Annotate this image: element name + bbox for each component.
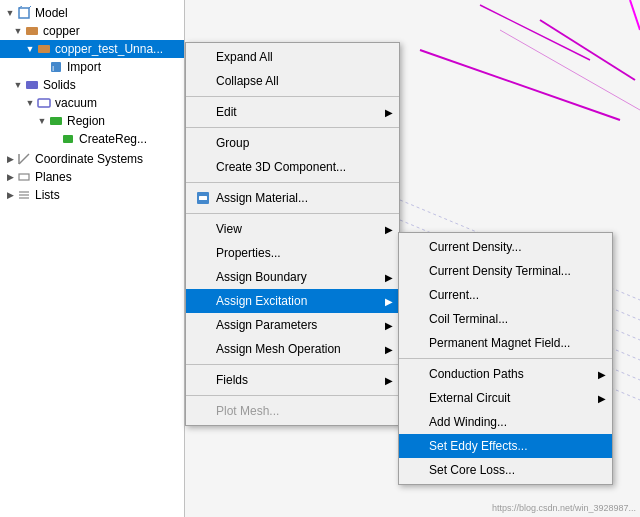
watermark: https://blog.csdn.net/win_3928987... [492, 503, 636, 513]
tree-item-planes[interactable]: ▶ Planes [0, 168, 184, 186]
context-menu-right: Current Density... Current Density Termi… [398, 232, 613, 485]
conduction-paths-icon [407, 365, 425, 383]
menu-assign-material[interactable]: Assign Material... [186, 186, 399, 210]
separator-6 [186, 395, 399, 396]
assign-excitation-icon [194, 292, 212, 310]
tree-label-region: Region [67, 114, 105, 128]
tree-expand-copper[interactable]: ▼ [12, 25, 24, 37]
tree-label-planes: Planes [35, 170, 72, 184]
lists-icon [16, 187, 32, 203]
tree-expand-region[interactable]: ▼ [36, 115, 48, 127]
menu-assign-excitation[interactable]: Assign Excitation ▶ [186, 289, 399, 313]
menu-edit[interactable]: Edit ▶ [186, 100, 399, 124]
svg-line-23 [19, 154, 29, 164]
svg-rect-21 [50, 117, 62, 125]
tree-expand-copper-test[interactable]: ▼ [24, 43, 36, 55]
menu-set-eddy-effects[interactable]: Set Eddy Effects... [399, 434, 612, 458]
plot-mesh-icon [194, 402, 212, 420]
tree-item-solids[interactable]: ▼ Solids [0, 76, 184, 94]
view-icon [194, 220, 212, 238]
menu-current-density[interactable]: Current Density... [399, 235, 612, 259]
menu-create-3d[interactable]: Create 3D Component... [186, 155, 399, 179]
svg-rect-25 [19, 174, 29, 180]
tree-label-model: Model [35, 6, 68, 20]
add-winding-label: Add Winding... [429, 415, 507, 429]
tree-expand-solids[interactable]: ▼ [12, 79, 24, 91]
createreg-icon [60, 131, 76, 147]
expand-all-icon [194, 48, 212, 66]
tree-expand-planes[interactable]: ▶ [4, 171, 16, 183]
set-core-loss-label: Set Core Loss... [429, 463, 515, 477]
tree-label-createreg: CreateReg... [79, 132, 147, 146]
tree-item-lists[interactable]: ▶ Lists [0, 186, 184, 204]
tree-expand-model[interactable]: ▼ [4, 7, 16, 19]
menu-expand-all[interactable]: Expand All [186, 45, 399, 69]
collapse-all-label: Collapse All [216, 74, 279, 88]
view-arrow: ▶ [385, 224, 393, 235]
permanent-magnet-icon [407, 334, 425, 352]
solids-icon [24, 77, 40, 93]
tree-item-coord[interactable]: ▶ Coordinate Systems [0, 150, 184, 168]
tree-item-region[interactable]: ▼ Region [0, 112, 184, 130]
menu-current[interactable]: Current... [399, 283, 612, 307]
tree-label-vacuum: vacuum [55, 96, 97, 110]
mesh-arrow: ▶ [385, 344, 393, 355]
separator-4 [186, 213, 399, 214]
tree-item-vacuum[interactable]: ▼ vacuum [0, 94, 184, 112]
tree-item-createreg[interactable]: ▶ CreateReg... [0, 130, 184, 148]
tree-label-coord: Coordinate Systems [35, 152, 143, 166]
tree-item-import[interactable]: ▶ I Import [0, 58, 184, 76]
assign-parameters-icon [194, 316, 212, 334]
menu-set-core-loss[interactable]: Set Core Loss... [399, 458, 612, 482]
menu-group[interactable]: Group [186, 131, 399, 155]
tree-item-copper-test[interactable]: ▼ copper_test_Unna... [0, 40, 184, 58]
menu-assign-boundary[interactable]: Assign Boundary ▶ [186, 265, 399, 289]
add-winding-icon [407, 413, 425, 431]
menu-current-density-terminal[interactable]: Current Density Terminal... [399, 259, 612, 283]
tree-item-model[interactable]: ▼ Model [0, 4, 184, 22]
group-label: Group [216, 136, 249, 150]
conduction-paths-label: Conduction Paths [429, 367, 524, 381]
import-icon: I [48, 59, 64, 75]
menu-assign-parameters[interactable]: Assign Parameters ▶ [186, 313, 399, 337]
tree-label-lists: Lists [35, 188, 60, 202]
svg-line-14 [29, 6, 31, 8]
create3d-icon [194, 158, 212, 176]
tree-expand-coord[interactable]: ▶ [4, 153, 16, 165]
region-icon [48, 113, 64, 129]
menu-permanent-magnet[interactable]: Permanent Magnet Field... [399, 331, 612, 355]
svg-rect-20 [38, 99, 50, 107]
separator-2 [186, 127, 399, 128]
set-eddy-effects-label: Set Eddy Effects... [429, 439, 528, 453]
menu-external-circuit[interactable]: External Circuit ▶ [399, 386, 612, 410]
copper-icon [24, 23, 40, 39]
edit-arrow: ▶ [385, 107, 393, 118]
menu-properties[interactable]: Properties... [186, 241, 399, 265]
menu-coil-terminal[interactable]: Coil Terminal... [399, 307, 612, 331]
assign-boundary-icon [194, 268, 212, 286]
right-separator-1 [399, 358, 612, 359]
assign-parameters-label: Assign Parameters [216, 318, 317, 332]
set-eddy-effects-icon [407, 437, 425, 455]
vacuum-icon [36, 95, 52, 111]
planes-icon [16, 169, 32, 185]
tree-item-copper[interactable]: ▼ copper [0, 22, 184, 40]
parameters-arrow: ▶ [385, 320, 393, 331]
current-density-label: Current Density... [429, 240, 521, 254]
menu-view[interactable]: View ▶ [186, 217, 399, 241]
menu-conduction-paths[interactable]: Conduction Paths ▶ [399, 362, 612, 386]
separator-5 [186, 364, 399, 365]
svg-rect-22 [63, 135, 73, 143]
coord-icon [16, 151, 32, 167]
tree-expand-vacuum[interactable]: ▼ [24, 97, 36, 109]
tree-expand-lists[interactable]: ▶ [4, 189, 16, 201]
menu-fields[interactable]: Fields ▶ [186, 368, 399, 392]
menu-collapse-all[interactable]: Collapse All [186, 69, 399, 93]
menu-add-winding[interactable]: Add Winding... [399, 410, 612, 434]
assign-material-icon [194, 189, 212, 207]
separator-1 [186, 96, 399, 97]
current-density-terminal-label: Current Density Terminal... [429, 264, 571, 278]
assign-excitation-label: Assign Excitation [216, 294, 307, 308]
menu-assign-mesh[interactable]: Assign Mesh Operation ▶ [186, 337, 399, 361]
context-menu-left: Expand All Collapse All Edit ▶ Group Cre… [185, 42, 400, 426]
